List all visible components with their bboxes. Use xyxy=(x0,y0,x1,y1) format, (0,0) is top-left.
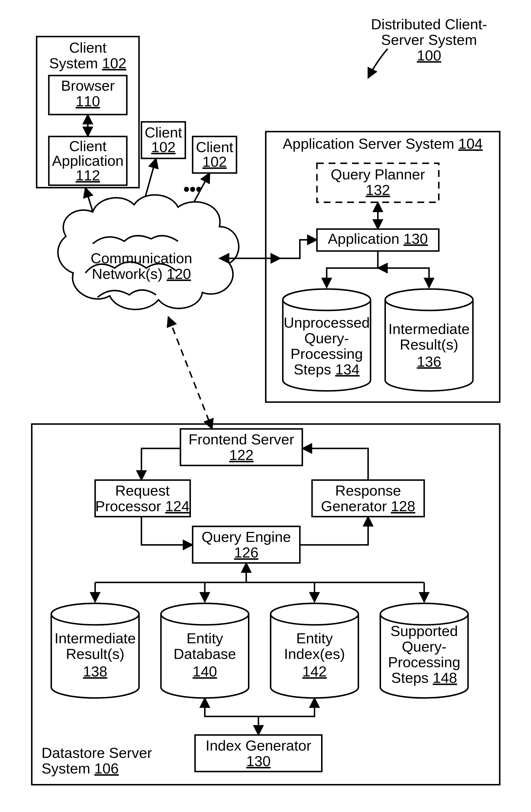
supported-l1: Supported xyxy=(390,623,458,639)
link-cloud-frontend xyxy=(168,317,212,429)
interm-ds-cylinder: Intermediate Result(s) 138 xyxy=(51,603,139,698)
supported-cylinder: Supported Query- Processing Steps 148 xyxy=(380,603,468,698)
application-num: 130 xyxy=(403,231,428,247)
client-system-l1: Client xyxy=(69,40,107,56)
supported-l3: Processing xyxy=(388,654,460,670)
dots-label: ••• xyxy=(183,179,202,199)
svg-point-19 xyxy=(380,603,468,625)
link-qe-respgen xyxy=(300,517,368,545)
link-app-unproc xyxy=(327,251,378,288)
entityidx-cylinder: Entity Index(es) 142 xyxy=(271,603,358,698)
client-app-num: 112 xyxy=(75,167,100,184)
qengine-num: 126 xyxy=(234,544,258,561)
link-frontend-reqproc xyxy=(141,448,181,480)
client-app-l1: Client xyxy=(69,138,107,154)
intermds-l2: Result(s) xyxy=(66,646,124,662)
title-l1: Distributed Client- xyxy=(371,16,487,32)
link-cloud-into-app xyxy=(281,240,317,258)
reqproc-num: 124 xyxy=(165,498,189,514)
title-block: Distributed Client- Server System 100 xyxy=(368,16,487,78)
client-box-3: Client 102 xyxy=(192,136,236,173)
svg-point-16 xyxy=(51,603,139,625)
client-system-l2: System xyxy=(49,55,98,71)
interm-as-l2: Result(s) xyxy=(400,336,458,353)
svg-point-9 xyxy=(283,289,371,310)
entityidx-l2: Index(es) xyxy=(284,646,345,662)
unproc-l1: Unprocessed xyxy=(284,315,370,331)
cloud-network: Communication Network(s) 120 xyxy=(58,195,239,309)
unproc-l4: Steps xyxy=(294,361,331,378)
cloud-l2: Network(s) xyxy=(92,266,163,282)
reqproc-l1: Request xyxy=(115,482,170,499)
svg-text:Steps 134: Steps 134 xyxy=(294,361,360,378)
svg-text:Generator 128: Generator 128 xyxy=(321,498,415,514)
client-app-l2: Application xyxy=(52,153,124,169)
appserver-l1: Application Server System xyxy=(283,135,454,152)
link-app-interm xyxy=(378,268,429,288)
title-l2: Server System xyxy=(381,32,477,48)
svg-text:System 106: System 106 xyxy=(41,760,119,777)
supported-l2: Query- xyxy=(402,638,446,655)
interm-as-l1: Intermediate xyxy=(388,321,470,337)
supported-l4: Steps xyxy=(391,670,429,686)
indexgen-num: 130 xyxy=(246,753,271,769)
entitydb-num: 140 xyxy=(192,663,217,680)
entitydb-cylinder: Entity Database 140 xyxy=(161,603,249,698)
qengine-l1: Query Engine xyxy=(202,529,291,545)
title-arrow xyxy=(368,49,388,78)
title-num: 100 xyxy=(417,47,441,63)
interm-as-num: 136 xyxy=(417,353,441,370)
entityidx-l1: Entity xyxy=(296,630,333,647)
application-l1: Application xyxy=(328,231,399,247)
entityidx-num: 142 xyxy=(302,663,327,680)
datastore-system: Datastore Server System 106 Frontend Ser… xyxy=(32,424,500,785)
app-server-system: Application Server System 104 Query Plan… xyxy=(266,132,500,402)
datastore-num: 106 xyxy=(94,760,119,777)
svg-text:Application 130: Application 130 xyxy=(328,231,428,247)
client3-num: 102 xyxy=(202,154,227,170)
svg-text:Client: Client xyxy=(69,40,107,56)
browser-num: 110 xyxy=(75,93,100,110)
queryplanner-l1: Query Planner xyxy=(331,166,425,183)
datastore-l1: Datastore Server xyxy=(41,745,152,761)
frontend-l1: Frontend Server xyxy=(188,431,294,448)
respgen-num: 128 xyxy=(391,498,415,514)
intermds-num: 138 xyxy=(83,663,107,680)
cloud-l1: Communication xyxy=(91,250,192,266)
svg-point-18 xyxy=(271,603,358,625)
respgen-l2: Generator xyxy=(321,498,387,514)
svg-text:Processor 124: Processor 124 xyxy=(95,498,190,514)
client-system-num: 102 xyxy=(102,55,126,71)
queryplanner-num: 132 xyxy=(366,182,390,198)
svg-point-17 xyxy=(161,603,249,625)
entitydb-l1: Entity xyxy=(187,630,223,647)
link-entityidx-idxgen xyxy=(258,698,315,716)
indexgen-l1: Index Generator xyxy=(205,737,311,754)
link-respgen-frontend xyxy=(302,448,368,480)
svg-text:Application Server System 104: Application Server System 104 xyxy=(283,135,483,152)
client-system-box: Client System 102 Browser 110 Client App… xyxy=(37,37,139,188)
client-box-2: Client 102 xyxy=(141,122,185,158)
browser-l1: Browser xyxy=(61,77,115,94)
reqproc-l2: Processor xyxy=(95,498,161,514)
svg-text:Steps 148: Steps 148 xyxy=(391,670,457,686)
intermds-l1: Intermediate xyxy=(55,630,136,647)
link-reqproc-qe xyxy=(141,517,192,545)
respgen-l1: Response xyxy=(335,482,401,499)
supported-num: 148 xyxy=(433,670,457,686)
link-entitydb-idxgen xyxy=(205,698,258,736)
cloud-num: 120 xyxy=(167,266,191,282)
appserver-num: 104 xyxy=(458,135,483,152)
frontend-num: 122 xyxy=(229,447,254,463)
interm-as-cylinder: Intermediate Result(s) 136 xyxy=(385,289,473,391)
client2-num: 102 xyxy=(151,139,175,155)
svg-text:Network(s) 120: Network(s) 120 xyxy=(92,266,191,282)
datastore-l2: System xyxy=(41,760,90,777)
unproc-l2: Query- xyxy=(304,330,349,346)
client2-l1: Client xyxy=(145,124,182,141)
svg-point-11 xyxy=(385,289,473,310)
entitydb-l2: Database xyxy=(174,646,236,662)
unproc-num: 134 xyxy=(335,361,360,378)
unprocessed-cylinder: Unprocessed Query- Processing Steps 134 xyxy=(283,289,371,391)
diagram-canvas: Distributed Client- Server System 100 Cl… xyxy=(0,0,531,812)
